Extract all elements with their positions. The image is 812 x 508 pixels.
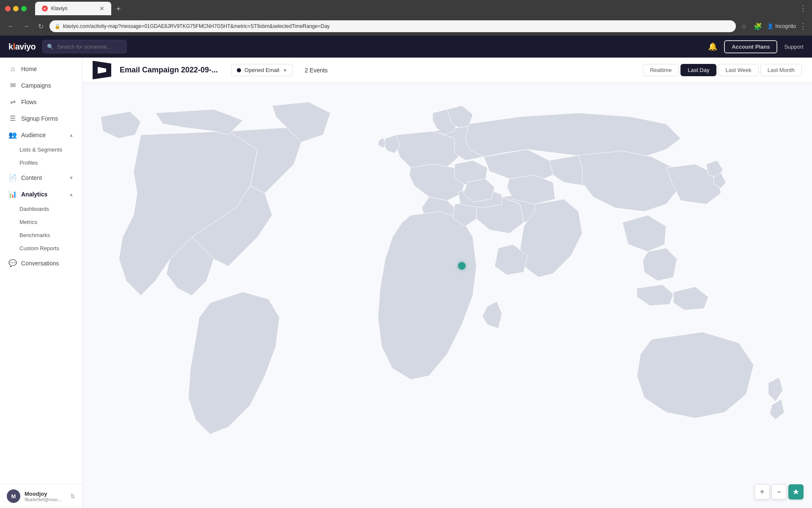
campaign-header: Email Campaign 2022-09-... Opened Email …	[82, 58, 812, 83]
map-container[interactable]: + −	[82, 83, 812, 508]
zoom-out-button[interactable]: −	[771, 484, 787, 500]
world-map	[82, 83, 812, 508]
sidebar-item-flows-label: Flows	[21, 99, 37, 105]
sidebar-item-custom-reports[interactable]: Custom Reports	[0, 242, 82, 255]
tab-title: Klaviyo	[51, 6, 68, 11]
signup-forms-icon: ☰	[8, 114, 17, 122]
home-icon: ⌂	[8, 65, 17, 73]
sidebar-item-dashboards[interactable]: Dashboards	[0, 202, 82, 215]
close-window-button[interactable]	[5, 6, 11, 11]
org-email: 9ba4e9ef@moo...	[25, 497, 66, 502]
time-range-buttons: Realtime Last Day Last Week Last Month	[643, 64, 802, 76]
address-bar-row: ← → ↻ 🔒 klaviyo.com/activity-map?message…	[0, 17, 812, 36]
sidebar-item-conversations[interactable]: 💬 Conversations	[0, 255, 82, 271]
sidebar-item-signup-forms[interactable]: ☰ Signup Forms	[0, 110, 82, 127]
sidebar-item-audience-label: Audience	[21, 132, 46, 138]
sidebar-item-lists-segments[interactable]: Lists & Segments	[0, 143, 82, 156]
metric-selector[interactable]: Opened Email ▼	[231, 64, 293, 76]
search-input[interactable]	[57, 44, 121, 50]
forward-button[interactable]: →	[20, 21, 32, 32]
traffic-lights	[5, 6, 27, 11]
app: klaviyo 🔍 🔔 Account Plans Support ⌂ Home…	[0, 36, 812, 508]
analytics-collapse-icon: ▲	[69, 192, 74, 197]
sidebar-nav: ⌂ Home ✉ Campaigns ⇌ Flows ☰ Signup Form…	[0, 58, 82, 484]
last-day-button[interactable]: Last Day	[680, 64, 716, 76]
metric-label: Opened Email	[244, 67, 279, 73]
content-expand-icon: ▼	[69, 175, 74, 180]
sidebar-item-conversations-label: Conversations	[21, 260, 59, 267]
map-data-point	[458, 262, 466, 270]
last-month-button[interactable]: Last Month	[760, 64, 802, 76]
map-controls: + −	[754, 484, 804, 500]
sidebar-item-dashboards-label: Dashboards	[19, 206, 49, 212]
sidebar-item-metrics-label: Metrics	[19, 219, 37, 225]
campaign-flag-icon	[93, 61, 111, 80]
app-body: ⌂ Home ✉ Campaigns ⇌ Flows ☰ Signup Form…	[0, 58, 812, 508]
footer-expand-icon: ⇅	[70, 493, 75, 500]
search-icon: 🔍	[47, 44, 54, 50]
notifications-button[interactable]: 🔔	[708, 42, 717, 51]
refresh-button[interactable]: ↻	[36, 21, 46, 32]
audience-collapse-icon: ▲	[69, 133, 74, 138]
audience-icon: 👥	[8, 131, 17, 139]
browser-tab[interactable]: K Klaviyo ✕	[35, 2, 111, 15]
flows-icon: ⇌	[8, 98, 17, 106]
top-navbar: klaviyo 🔍 🔔 Account Plans Support	[0, 36, 812, 58]
locate-button[interactable]	[788, 484, 804, 500]
support-button[interactable]: Support	[784, 44, 804, 50]
metric-dropdown-arrow: ▼	[283, 68, 287, 73]
browser-titlebar: K Klaviyo ✕ + ⋮	[0, 0, 812, 17]
address-bar[interactable]: 🔒 klaviyo.com/activity-map?message=01GDA…	[49, 20, 736, 32]
new-tab-button[interactable]: +	[113, 3, 124, 15]
sidebar-item-flows[interactable]: ⇌ Flows	[0, 94, 82, 110]
back-button[interactable]: ←	[5, 21, 17, 32]
sidebar-item-analytics-label: Analytics	[21, 191, 47, 198]
sidebar-item-benchmarks[interactable]: Benchmarks	[0, 229, 82, 242]
org-name: Moodjoy	[25, 491, 66, 497]
sidebar-item-campaigns[interactable]: ✉ Campaigns	[0, 77, 82, 94]
url-text: klaviyo.com/activity-map?message=01GDAE8…	[63, 23, 330, 29]
sidebar-item-lists-segments-label: Lists & Segments	[19, 146, 62, 153]
zoom-in-button[interactable]: +	[754, 484, 770, 500]
sidebar: ⌂ Home ✉ Campaigns ⇌ Flows ☰ Signup Form…	[0, 58, 82, 508]
tab-close-button[interactable]: ✕	[99, 5, 104, 12]
logo: klaviyo	[8, 42, 36, 52]
lock-icon: 🔒	[55, 24, 60, 29]
last-week-button[interactable]: Last Week	[718, 64, 758, 76]
campaigns-icon: ✉	[8, 81, 17, 89]
metric-color-dot	[237, 68, 241, 72]
maximize-window-button[interactable]	[21, 6, 27, 11]
sidebar-item-audience[interactable]: 👥 Audience ▲	[0, 127, 82, 143]
sidebar-item-profiles-label: Profiles	[19, 160, 38, 166]
extensions-button[interactable]: 🧩	[752, 21, 764, 32]
sidebar-item-analytics[interactable]: 📊 Analytics ▲	[0, 186, 82, 202]
tab-bar: K Klaviyo ✕ +	[35, 2, 796, 15]
main-content: Email Campaign 2022-09-... Opened Email …	[82, 58, 812, 508]
tab-favicon: K	[42, 6, 48, 11]
analytics-icon: 📊	[8, 190, 17, 198]
sidebar-item-content-label: Content	[21, 174, 42, 181]
bookmark-button[interactable]: ☆	[739, 21, 749, 32]
events-count: 2 Events	[304, 67, 327, 74]
account-plans-button[interactable]: Account Plans	[724, 40, 777, 53]
sidebar-item-campaigns-label: Campaigns	[21, 82, 51, 89]
sidebar-item-home-label: Home	[21, 66, 37, 72]
sidebar-footer[interactable]: M Moodjoy 9ba4e9ef@moo... ⇅	[0, 484, 82, 508]
conversations-icon: 💬	[8, 259, 17, 267]
incognito-indicator: 👤 Incognito	[767, 23, 796, 29]
org-info: Moodjoy 9ba4e9ef@moo...	[25, 491, 66, 502]
realtime-button[interactable]: Realtime	[643, 64, 679, 76]
sidebar-item-custom-reports-label: Custom Reports	[19, 245, 59, 251]
campaign-title: Email Campaign 2022-09-...	[120, 66, 218, 75]
sidebar-item-home[interactable]: ⌂ Home	[0, 61, 82, 77]
sidebar-item-metrics[interactable]: Metrics	[0, 215, 82, 229]
browser-more-button[interactable]: ⋮	[799, 4, 807, 13]
browser-menu-button[interactable]: ⋮	[799, 22, 807, 31]
minimize-window-button[interactable]	[13, 6, 19, 11]
avatar: M	[7, 489, 20, 503]
search-bar[interactable]: 🔍	[42, 40, 127, 53]
logo-text: klaviyo	[8, 42, 36, 52]
sidebar-item-signup-forms-label: Signup Forms	[21, 115, 58, 122]
sidebar-item-profiles[interactable]: Profiles	[0, 156, 82, 169]
sidebar-item-content[interactable]: 📄 Content ▼	[0, 169, 82, 186]
